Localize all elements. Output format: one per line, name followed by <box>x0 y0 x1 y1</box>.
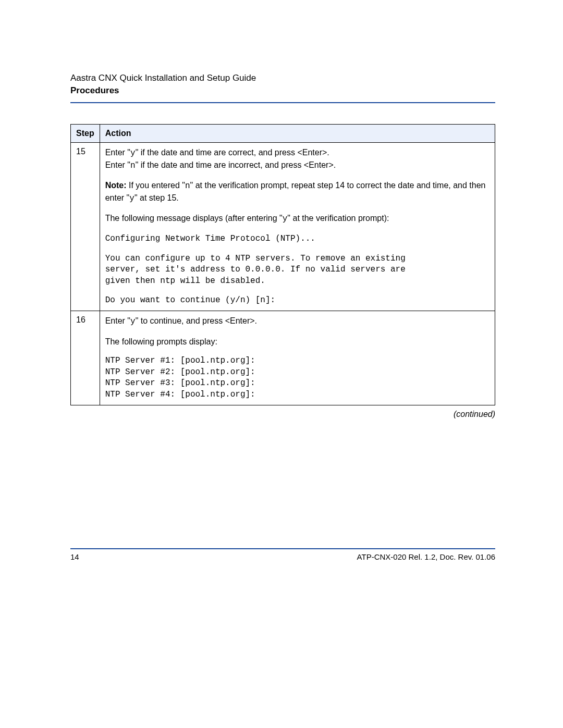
document-page: Aastra CNX Quick Installation and Setup … <box>0 0 563 450</box>
message-intro: The following message displays (after en… <box>105 213 489 225</box>
footer-row: 14 ATP-CNX-020 Rel. 1.2, Doc. Rev. 01.06 <box>70 552 495 561</box>
code-prompt: Do you want to continue (y/n) [n]: <box>105 295 489 306</box>
table-header-row: Step Action <box>71 125 495 143</box>
section-title: Procedures <box>70 85 495 96</box>
step-action: Enter "y" if the date and time are corre… <box>100 143 495 311</box>
col-step-header: Step <box>71 125 100 143</box>
doc-title: Aastra CNX Quick Installation and Setup … <box>70 73 495 83</box>
step-action: Enter "y" to continue, and press <Enter>… <box>100 311 495 405</box>
step-number: 15 <box>71 143 100 311</box>
table-row: 16 Enter "y" to continue, and press <Ent… <box>71 311 495 405</box>
doc-reference: ATP-CNX-020 Rel. 1.2, Doc. Rev. 01.06 <box>357 552 495 561</box>
note-text: Note: If you entered "n" at the verifica… <box>105 180 489 204</box>
col-action-header: Action <box>100 125 495 143</box>
footer-rule <box>70 548 495 549</box>
procedure-table: Step Action 15 Enter "y" if the date and… <box>70 124 495 405</box>
step-number: 16 <box>71 311 100 405</box>
code-prompt: NTP Server #1: [pool.ntp.org]: NTP Serve… <box>105 355 489 400</box>
page-number: 14 <box>70 552 79 561</box>
prompts-intro: The following prompts display: <box>105 336 489 348</box>
code-output: You can configure up to 4 NTP servers. T… <box>105 253 489 287</box>
instruction-text: Enter "y" if the date and time are corre… <box>105 147 489 171</box>
page-header: Aastra CNX Quick Installation and Setup … <box>70 73 495 103</box>
page-footer: 14 ATP-CNX-020 Rel. 1.2, Doc. Rev. 01.06 <box>70 548 495 561</box>
instruction-text: Enter "y" to continue, and press <Enter>… <box>105 315 489 328</box>
table-row: 15 Enter "y" if the date and time are co… <box>71 143 495 311</box>
header-rule <box>70 102 495 103</box>
continued-label: (continued) <box>70 410 495 419</box>
code-output: Configuring Network Time Protocol (NTP).… <box>105 233 489 245</box>
